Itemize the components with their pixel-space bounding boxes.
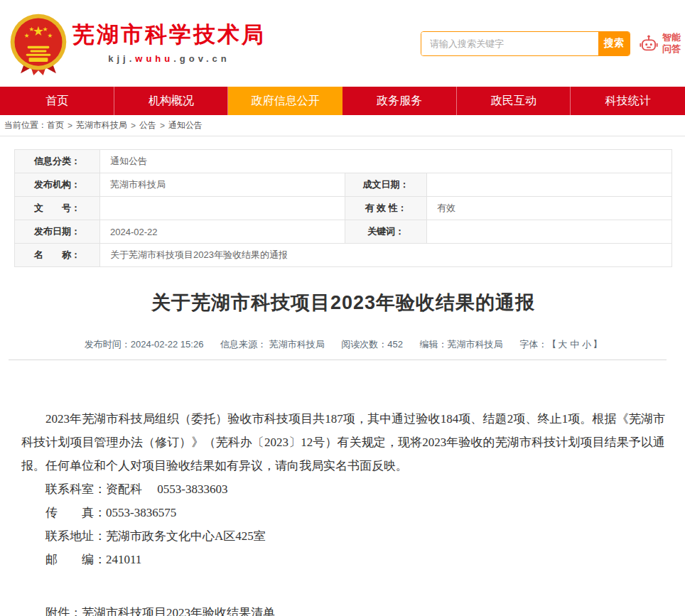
view-count: 阅读次数：452 <box>341 339 403 350</box>
breadcrumb-separator: > <box>131 121 136 131</box>
font-size-medium-button[interactable]: 中 <box>570 339 579 350</box>
site-header: ★ ★ ★ ★ ★ 芜湖市科学技术局 kjj.wuhu.gov.cn 搜索 <box>0 0 685 87</box>
table-row: 名 称： 关于芜湖市科技项目2023年验收结果的通报 <box>15 244 672 267</box>
main-nav: 首页 机构概况 政府信息公开 政务服务 政民互动 科技统计 <box>0 87 685 115</box>
info-label-title: 名 称： <box>15 244 100 267</box>
smart-qa-entry[interactable]: 智能 问答 <box>639 32 681 55</box>
fax-line: 传 真：0553-3836575 <box>21 501 665 524</box>
breadcrumb-home[interactable]: 首页 <box>47 119 64 131</box>
info-label-doc-number: 文 号： <box>15 197 100 220</box>
nav-item-gov-services[interactable]: 政务服务 <box>342 87 457 115</box>
info-label-keywords: 关键词： <box>345 220 427 244</box>
site-url: kjj.wuhu.gov.cn <box>72 53 266 64</box>
font-size-prefix: 字体：【 <box>519 339 556 350</box>
nav-item-tech-statistics[interactable]: 科技统计 <box>571 87 685 115</box>
search-input[interactable] <box>421 32 598 55</box>
search-area: 搜索 智能 问答 <box>421 31 682 56</box>
info-source: 信息来源： 芜湖市科技局 <box>220 339 325 350</box>
svg-text:★: ★ <box>24 32 30 39</box>
nav-item-home[interactable]: 首页 <box>0 87 114 115</box>
info-label-issuing-agency: 发布机构： <box>15 173 100 197</box>
info-value-publish-date: 2024-02-22 <box>100 220 345 244</box>
article-body: 2023年芜湖市科技局组织（委托）验收市科技项目共187项，其中通过验收184项… <box>14 407 672 616</box>
nav-item-public-interaction[interactable]: 政民互动 <box>457 87 571 115</box>
info-label-validity: 有 效 性： <box>345 197 427 220</box>
contact-office-line: 联系科室：资配科 0553-3833603 <box>21 477 665 501</box>
table-row: 发布日期： 2024-02-22 关键词： <box>15 220 672 244</box>
search-box: 搜索 <box>421 31 630 56</box>
info-label-category: 信息分类： <box>15 150 100 173</box>
nav-item-org-overview[interactable]: 机构概况 <box>114 87 229 115</box>
svg-text:★: ★ <box>43 26 48 33</box>
publish-time: 发布时间：2024-02-22 15:26 <box>85 339 204 350</box>
info-value-doc-number <box>100 197 345 220</box>
site-url-mid: wuhu <box>135 53 173 64</box>
article-title: 关于芜湖市科技项目2023年验收结果的通报 <box>14 290 672 315</box>
robot-icon <box>639 33 659 53</box>
article-meta: 发布时间：2024-02-22 15:26 信息来源： 芜湖市科技局 阅读次数：… <box>14 338 672 351</box>
svg-text:★: ★ <box>29 26 35 33</box>
smart-qa-line1: 智能 <box>662 32 681 43</box>
breadcrumb: 当前位置： 首页 > 芜湖市科技局 > 公告 > 通知公告 <box>0 115 685 136</box>
contact-address-line: 联系地址：芜湖市政务文化中心A区425室 <box>21 524 665 548</box>
article-page: 信息分类： 通知公告 发布机构： 芜湖市科技局 成文日期： 文 号： 有 效 性… <box>14 149 672 616</box>
breadcrumb-prefix: 当前位置： <box>4 119 47 131</box>
document-info-table: 信息分类： 通知公告 发布机构： 芜湖市科技局 成文日期： 文 号： 有 效 性… <box>14 149 672 267</box>
postal-code-line: 邮 编：241011 <box>21 548 665 571</box>
site-logo-link[interactable]: ★ ★ ★ ★ ★ 芜湖市科学技术局 kjj.wuhu.gov.cn <box>6 11 266 76</box>
font-size-large-button[interactable]: 大 <box>558 339 567 350</box>
svg-text:★: ★ <box>47 32 53 39</box>
info-value-written-date <box>427 173 672 197</box>
font-size-control: 字体：【大中小】 <box>519 339 602 350</box>
info-value-issuing-agency: 芜湖市科技局 <box>100 173 345 197</box>
breadcrumb-announcements[interactable]: 公告 <box>139 119 156 131</box>
table-row: 文 号： 有 效 性： 有效 <box>15 197 672 220</box>
breadcrumb-separator: > <box>68 121 72 131</box>
site-url-post: .gov.cn <box>173 53 230 64</box>
info-label-publish-date: 发布日期： <box>15 220 100 244</box>
editor: 编辑：芜湖市科技局 <box>420 339 503 350</box>
font-size-small-button[interactable]: 小 <box>582 339 591 350</box>
site-url-pre: kjj. <box>108 53 135 64</box>
attachment-link[interactable]: 附件：芜湖市科技项目2023年验收结果清单 <box>21 601 665 616</box>
info-value-keywords <box>427 220 672 244</box>
nav-item-gov-info-disclosure[interactable]: 政府信息公开 <box>228 87 342 115</box>
breadcrumb-separator: > <box>160 121 165 131</box>
info-value-category: 通知公告 <box>100 150 672 173</box>
breadcrumb-bureau[interactable]: 芜湖市科技局 <box>76 119 127 131</box>
article-paragraph: 2023年芜湖市科技局组织（委托）验收市科技项目共187项，其中通过验收184项… <box>21 407 665 477</box>
table-row: 信息分类： 通知公告 <box>15 150 672 173</box>
breadcrumb-notices[interactable]: 通知公告 <box>168 119 203 131</box>
national-emblem-icon: ★ ★ ★ ★ ★ <box>6 11 71 76</box>
site-title: 芜湖市科学技术局 <box>72 23 266 47</box>
info-value-title: 关于芜湖市科技项目2023年验收结果的通报 <box>100 244 672 267</box>
info-value-validity: 有效 <box>427 197 672 220</box>
meta-divider <box>9 360 667 360</box>
brand-text: 芜湖市科学技术局 kjj.wuhu.gov.cn <box>72 23 266 63</box>
smart-qa-line2: 问答 <box>662 43 681 55</box>
font-size-suffix: 】 <box>593 339 602 350</box>
info-label-written-date: 成文日期： <box>345 173 427 197</box>
table-row: 发布机构： 芜湖市科技局 成文日期： <box>15 173 672 197</box>
search-button[interactable]: 搜索 <box>598 32 630 55</box>
smart-qa-label: 智能 问答 <box>662 32 681 55</box>
